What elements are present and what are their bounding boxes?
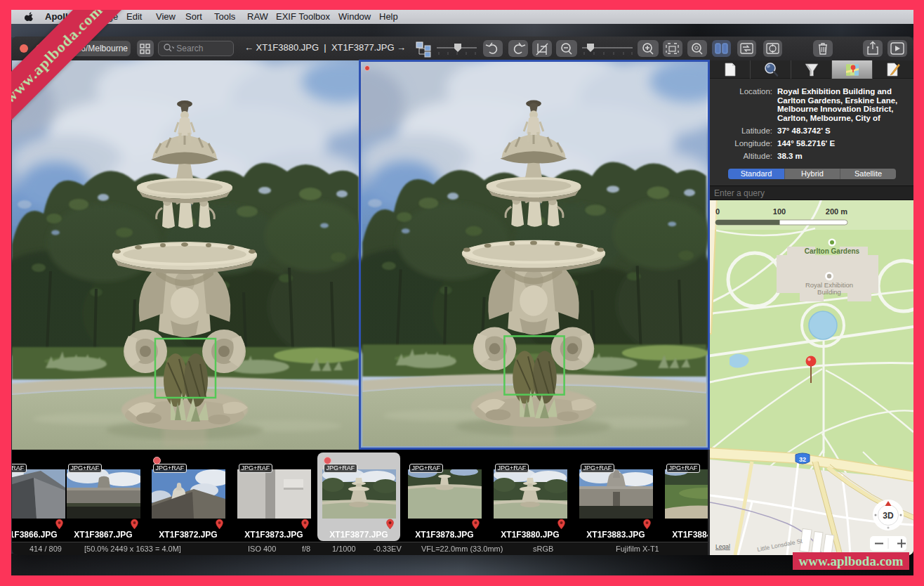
svg-text:200 m: 200 m: [826, 207, 847, 216]
svg-text:Carlton Gardens: Carlton Gardens: [805, 247, 860, 255]
svg-text:0: 0: [715, 207, 720, 216]
svg-text:3D: 3D: [883, 511, 894, 521]
svg-text:Building: Building: [817, 288, 841, 296]
svg-text:Legal: Legal: [715, 543, 730, 550]
svg-text:100: 100: [773, 207, 786, 216]
svg-text:32: 32: [799, 456, 806, 463]
